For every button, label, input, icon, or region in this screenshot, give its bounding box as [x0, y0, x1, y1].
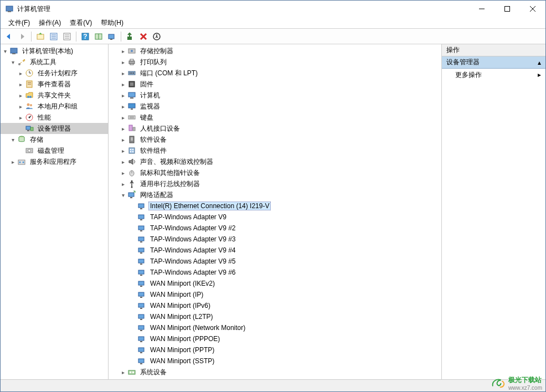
chevron-down-icon[interactable]: ▾	[1, 48, 9, 54]
close-button[interactable]	[520, 1, 545, 17]
svg-rect-92	[138, 259, 144, 263]
device-node-adapter-2[interactable]: ▸TAP-Windows Adapter V9 #2	[109, 223, 441, 234]
menu-view[interactable]: 查看(V)	[65, 17, 96, 29]
chevron-down-icon[interactable]: ▾	[119, 192, 127, 198]
device-node-print-queues[interactable]: ▸打印队列	[109, 56, 441, 68]
actions-more[interactable]: 更多操作 ▸	[442, 69, 545, 81]
device-node-hid[interactable]: ▸人机接口设备	[109, 123, 441, 134]
disable-button[interactable]	[151, 30, 163, 43]
tree-task-scheduler[interactable]: ▸ 任务计划程序	[1, 68, 108, 79]
chevron-right-icon[interactable]: ▸	[119, 170, 127, 176]
device-node-network-adapters[interactable]: ▾网络适配器	[109, 189, 441, 200]
collapse-icon[interactable]: ▴	[538, 59, 541, 66]
device-node-keyboards[interactable]: ▸键盘	[109, 112, 441, 123]
device-node-adapter-6[interactable]: ▸TAP-Windows Adapter V9 #6	[109, 267, 441, 278]
svg-point-47	[19, 162, 21, 163]
chevron-right-icon[interactable]: ▸	[119, 148, 127, 154]
device-label: 打印队列	[138, 57, 168, 68]
tree-system-tools[interactable]: ▾ 系统工具	[1, 56, 108, 68]
chevron-down-icon[interactable]: ▾	[8, 59, 17, 65]
adapter-icon	[137, 224, 146, 233]
tree-shared-folders[interactable]: ▸ 共享文件夹	[1, 90, 108, 101]
tree-event-viewer[interactable]: ▸ 事件查看器	[1, 79, 108, 90]
device-node-software-components[interactable]: ▸软件组件	[109, 145, 441, 156]
svg-rect-72	[130, 149, 131, 150]
device-node-computer[interactable]: ▸计算机	[109, 90, 441, 101]
up-button[interactable]	[34, 30, 47, 43]
back-button[interactable]	[3, 30, 15, 43]
device-node-mouse[interactable]: ▸鼠标和其他指针设备	[109, 167, 441, 178]
minimize-button[interactable]	[469, 1, 495, 17]
chevron-right-icon[interactable]: ▸	[119, 369, 127, 375]
maximize-button[interactable]	[495, 1, 520, 17]
tree-storage[interactable]: ▾ 存储	[1, 134, 108, 145]
chevron-right-icon[interactable]: ▸	[119, 92, 127, 99]
left-panel[interactable]: ▾ 计算机管理(本地) ▾ 系统工具 ▸ 任务计划程序 ▸ 事件查看器 ▸ 共享…	[1, 44, 109, 379]
device-node-storage-controllers[interactable]: ▸存储控制器	[109, 45, 441, 56]
chevron-down-icon[interactable]: ▾	[8, 137, 17, 143]
device-node-adapter-1[interactable]: ▸TAP-Windows Adapter V9	[109, 212, 441, 223]
chevron-right-icon[interactable]: ▸	[119, 137, 127, 143]
device-node-adapter-0[interactable]: ▸Intel(R) Ethernet Connection (14) I219-…	[109, 200, 441, 212]
list-button[interactable]	[61, 30, 73, 43]
device-node-adapter-4[interactable]: ▸TAP-Windows Adapter V9 #4	[109, 245, 441, 256]
properties-button[interactable]	[48, 30, 60, 43]
help-button[interactable]: ?	[79, 30, 91, 43]
device-node-adapter-11[interactable]: ▸WAN Miniport (Network Monitor)	[109, 322, 441, 333]
device-node-adapter-13[interactable]: ▸WAN Miniport (PPTP)	[109, 344, 441, 355]
tree-disk-mgmt[interactable]: ▸ 磁盘管理	[1, 145, 108, 156]
device-node-adapter-14[interactable]: ▸WAN Miniport (SSTP)	[109, 355, 441, 367]
device-node-ports[interactable]: ▸端口 (COM 和 LPT)	[109, 68, 441, 79]
device-tree[interactable]: ▸存储控制器▸打印队列▸端口 (COM 和 LPT)▸固件▸计算机▸监视器▸键盘…	[109, 44, 441, 379]
chevron-right-icon[interactable]: ▸	[119, 59, 127, 65]
device-node-monitors[interactable]: ▸监视器	[109, 101, 441, 112]
svg-point-37	[30, 104, 32, 106]
device-node-usb[interactable]: ▸通用串行总线控制器	[109, 178, 441, 189]
menu-help[interactable]: 帮助(H)	[96, 17, 128, 29]
scan-hardware-button[interactable]	[106, 30, 118, 43]
device-label: Intel(R) Ethernet Connection (14) I219-V	[148, 202, 271, 210]
tree-local-users[interactable]: ▸ 本地用户和组	[1, 101, 108, 112]
menu-action[interactable]: 操作(A)	[34, 17, 65, 29]
chevron-right-icon[interactable]: ▸	[119, 104, 127, 110]
chevron-right-icon[interactable]: ▸	[16, 115, 25, 121]
actions-section[interactable]: 设备管理器 ▴	[442, 56, 545, 69]
device-node-adapter-8[interactable]: ▸WAN Miniport (IP)	[109, 289, 441, 300]
tree-device-manager[interactable]: ▸ 设备管理器	[1, 123, 108, 134]
chevron-right-icon[interactable]: ▸	[119, 159, 127, 165]
forward-button[interactable]	[16, 30, 28, 43]
chevron-right-icon[interactable]: ▸	[119, 115, 127, 121]
chevron-right-icon[interactable]: ▸	[119, 48, 127, 54]
adapter-icon	[137, 290, 146, 299]
tree-services-apps[interactable]: ▸ 服务和应用程序	[1, 156, 108, 167]
device-node-system-devices[interactable]: ▸系统设备	[109, 367, 441, 378]
performance-icon	[25, 113, 34, 122]
device-node-adapter-3[interactable]: ▸TAP-Windows Adapter V9 #3	[109, 234, 441, 245]
device-node-adapter-7[interactable]: ▸WAN Miniport (IKEv2)	[109, 278, 441, 289]
device-node-firmware[interactable]: ▸固件	[109, 79, 441, 90]
chevron-right-icon[interactable]: ▸	[8, 159, 17, 165]
device-node-adapter-10[interactable]: ▸WAN Miniport (L2TP)	[109, 311, 441, 322]
menu-file[interactable]: 文件(F)	[4, 17, 34, 29]
chevron-right-icon[interactable]: ▸	[16, 70, 25, 76]
tree-performance[interactable]: ▸ 性能	[1, 112, 108, 123]
device-node-adapter-9[interactable]: ▸WAN Miniport (IPv6)	[109, 300, 441, 311]
comp-icon	[127, 146, 136, 155]
chevron-right-icon[interactable]: ▸	[16, 104, 25, 110]
show-hidden-button[interactable]	[92, 30, 105, 43]
watermark-logo-icon	[491, 377, 506, 389]
device-node-adapter-12[interactable]: ▸WAN Miniport (PPPOE)	[109, 333, 441, 344]
chevron-right-icon[interactable]: ▸	[119, 126, 127, 132]
chevron-right-icon[interactable]: ▸	[119, 70, 127, 76]
chevron-right-icon[interactable]: ▸	[16, 92, 25, 99]
chevron-right-icon[interactable]: ▸	[16, 81, 25, 87]
tree-root[interactable]: ▾ 计算机管理(本地)	[1, 45, 108, 56]
device-node-software-devices[interactable]: ▸软件设备	[109, 134, 441, 145]
device-node-audio[interactable]: ▸声音、视频和游戏控制器	[109, 156, 441, 167]
uninstall-button[interactable]	[137, 30, 150, 43]
chevron-right-icon[interactable]: ▸	[119, 81, 127, 87]
device-label: WAN Miniport (Network Monitor)	[148, 323, 247, 332]
update-driver-button[interactable]	[124, 30, 136, 43]
device-node-adapter-5[interactable]: ▸TAP-Windows Adapter V9 #5	[109, 256, 441, 267]
chevron-right-icon[interactable]: ▸	[119, 181, 127, 187]
